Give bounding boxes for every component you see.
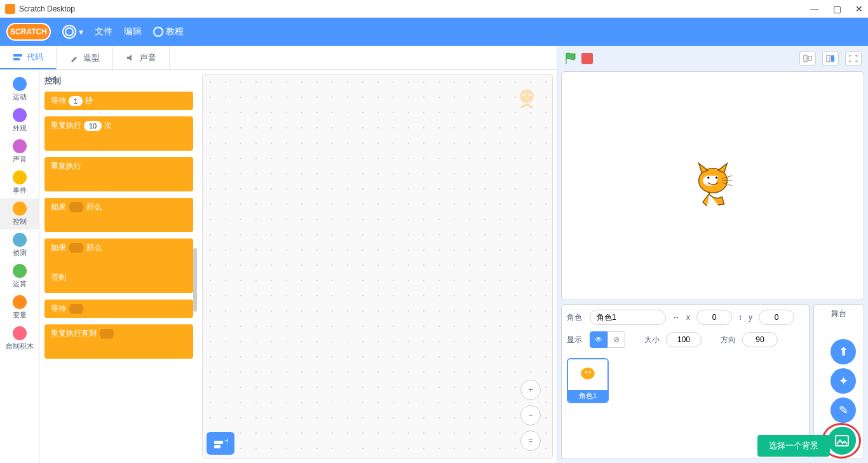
- sprite-x-input[interactable]: [696, 310, 732, 325]
- sprite-card[interactable]: 角色1: [567, 358, 609, 403]
- large-stage-button[interactable]: [822, 52, 839, 66]
- svg-rect-5: [214, 441, 223, 444]
- fullscreen-button[interactable]: [845, 52, 862, 66]
- svg-rect-11: [831, 55, 834, 62]
- category-dot: [13, 77, 27, 91]
- svg-rect-10: [827, 55, 830, 62]
- extension-icon: +: [214, 438, 227, 449]
- edit-menu[interactable]: 编辑: [124, 26, 142, 38]
- surprise-backdrop-button[interactable]: ✦: [831, 368, 856, 394]
- svg-rect-6: [214, 445, 220, 448]
- category-控制[interactable]: 控制: [0, 198, 39, 230]
- category-dot: [13, 202, 27, 216]
- svg-rect-0: [13, 54, 22, 57]
- category-变量[interactable]: 变量: [0, 292, 39, 323]
- stage[interactable]: [561, 71, 864, 300]
- category-dot: [13, 295, 27, 309]
- window-title: Scratch Desktop: [19, 4, 75, 13]
- block-forever[interactable]: 重复执行: [44, 157, 193, 191]
- hide-button[interactable]: ⊘: [607, 331, 625, 348]
- speaker-icon: [126, 53, 136, 63]
- hex-slot[interactable]: [69, 304, 84, 314]
- svg-rect-9: [808, 57, 811, 60]
- code-icon: [13, 52, 23, 62]
- y-icon: ↕: [738, 313, 742, 322]
- globe-icon: [62, 25, 76, 39]
- category-运算[interactable]: 运算: [0, 261, 39, 292]
- upload-backdrop-button[interactable]: ⬆: [831, 339, 856, 364]
- svg-point-15: [707, 177, 709, 179]
- stop-button[interactable]: [581, 53, 593, 64]
- svg-point-3: [523, 94, 526, 97]
- scratch-logo[interactable]: SCRATCH: [6, 23, 51, 41]
- palette-scrollbar[interactable]: [193, 248, 197, 312]
- size-label: 大小: [644, 335, 660, 345]
- file-menu[interactable]: 文件: [95, 26, 112, 38]
- svg-rect-8: [804, 55, 807, 62]
- tab-costumes[interactable]: 造型: [57, 46, 113, 69]
- block-if-else[interactable]: 如果那么 否则: [44, 238, 193, 293]
- hex-slot[interactable]: [69, 202, 84, 212]
- green-flag-button[interactable]: [564, 52, 578, 66]
- add-extension-button[interactable]: +: [207, 432, 234, 455]
- block-if[interactable]: 如果那么: [44, 198, 193, 232]
- svg-point-23: [588, 371, 590, 373]
- show-label: 显示: [567, 335, 583, 345]
- sprite-y-input[interactable]: [759, 310, 794, 325]
- cat-thumb-icon: [575, 363, 600, 386]
- category-运动[interactable]: 运动: [0, 74, 39, 105]
- workspace[interactable]: + − = +: [202, 74, 553, 459]
- category-dot: [13, 139, 27, 153]
- block-repeat-until[interactable]: 重复执行直到: [44, 324, 193, 359]
- category-dot: [13, 326, 27, 340]
- stage-controls: [557, 46, 868, 71]
- palette-title: 控制: [44, 75, 193, 86]
- category-侦测[interactable]: 侦测: [0, 230, 39, 261]
- tabs: 代码 造型 声音: [0, 46, 557, 70]
- category-column: 运动外观声音事件控制侦测运算变量自制积木: [0, 70, 39, 463]
- block-palette: 控制 等待1秒 重复执行10次 重复执行 如果那么 如果那么 否则 等待 重复执…: [39, 70, 198, 463]
- category-dot: [13, 233, 27, 247]
- zoom-out-button[interactable]: −: [520, 405, 541, 425]
- block-repeat[interactable]: 重复执行10次: [44, 116, 193, 151]
- tab-code[interactable]: 代码: [0, 46, 57, 69]
- tab-sounds[interactable]: 声音: [113, 46, 170, 69]
- minimize-button[interactable]: —: [810, 4, 819, 14]
- svg-rect-1: [13, 58, 20, 60]
- close-button[interactable]: ✕: [855, 4, 863, 14]
- sprite-cat[interactable]: [688, 160, 738, 211]
- stage-label: 舞台: [831, 308, 846, 319]
- sprite-direction-input[interactable]: [742, 332, 778, 347]
- svg-point-4: [529, 94, 531, 97]
- block-wait[interactable]: 等待1秒: [44, 92, 193, 110]
- sprite-size-input[interactable]: [666, 332, 702, 347]
- choose-backdrop-fab[interactable]: [828, 427, 856, 455]
- hex-slot[interactable]: [99, 329, 114, 339]
- maximize-button[interactable]: ▢: [833, 4, 841, 14]
- svg-point-22: [585, 371, 587, 373]
- image-icon: [835, 435, 849, 446]
- sprite-label: 角色: [567, 312, 583, 323]
- bulb-icon: [153, 27, 163, 37]
- small-stage-button[interactable]: [799, 52, 816, 66]
- category-自制积木[interactable]: 自制积木: [0, 323, 39, 354]
- svg-text:+: +: [225, 438, 227, 445]
- svg-rect-24: [836, 436, 848, 446]
- sprite-card-name: 角色1: [568, 390, 607, 402]
- tutorials-menu[interactable]: 教程: [153, 26, 184, 38]
- sprite-name-input[interactable]: [590, 310, 666, 325]
- hex-slot[interactable]: [69, 243, 84, 253]
- category-外观[interactable]: 外观: [0, 105, 39, 136]
- zoom-in-button[interactable]: +: [520, 380, 541, 400]
- language-menu[interactable]: ▾: [62, 25, 83, 39]
- block-wait-until[interactable]: 等待: [44, 300, 193, 318]
- paint-backdrop-button[interactable]: ✎: [831, 397, 856, 423]
- zoom-reset-button[interactable]: =: [520, 431, 541, 451]
- category-事件[interactable]: 事件: [0, 167, 39, 198]
- choose-backdrop-button[interactable]: 选择一个背景: [757, 435, 830, 457]
- show-button[interactable]: 👁: [590, 331, 607, 348]
- titlebar: Scratch Desktop — ▢ ✕: [0, 0, 868, 18]
- svg-point-21: [581, 368, 595, 380]
- brush-icon: [69, 53, 79, 63]
- category-声音[interactable]: 声音: [0, 136, 39, 167]
